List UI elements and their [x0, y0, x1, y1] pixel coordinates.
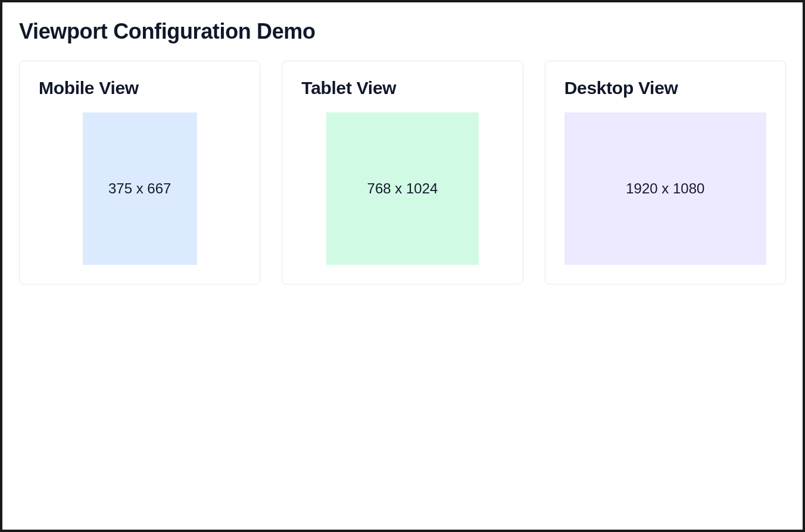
- viewport-card-mobile: Mobile View 375 x 667: [19, 61, 260, 284]
- viewport-cards-row: Mobile View 375 x 667 Tablet View 768 x …: [19, 61, 786, 284]
- viewport-swatch-tablet: 768 x 1024: [326, 112, 479, 265]
- swatch-wrap: 768 x 1024: [301, 112, 503, 265]
- viewport-card-title: Tablet View: [301, 78, 503, 98]
- viewport-swatch-mobile: 375 x 667: [83, 112, 197, 265]
- viewport-card-tablet: Tablet View 768 x 1024: [282, 61, 523, 284]
- viewport-dimensions-label: 1920 x 1080: [626, 180, 704, 197]
- swatch-wrap: 375 x 667: [39, 112, 241, 265]
- page-title: Viewport Configuration Demo: [19, 19, 786, 44]
- swatch-wrap: 1920 x 1080: [564, 112, 766, 265]
- viewport-card-desktop: Desktop View 1920 x 1080: [545, 61, 786, 284]
- viewport-card-title: Mobile View: [39, 78, 241, 98]
- viewport-dimensions-label: 375 x 667: [108, 180, 171, 197]
- viewport-dimensions-label: 768 x 1024: [367, 180, 438, 197]
- viewport-card-title: Desktop View: [564, 78, 766, 98]
- viewport-swatch-desktop: 1920 x 1080: [564, 112, 766, 265]
